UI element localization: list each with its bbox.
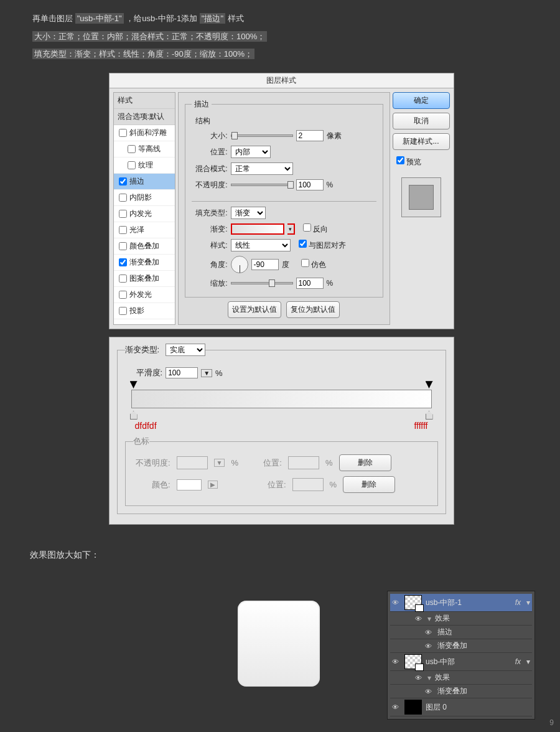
layer-effect-row[interactable]: 描边 — [390, 626, 532, 639]
layer-name: 效果 — [435, 613, 450, 624]
gradient-dropdown-icon[interactable]: ▾ — [287, 223, 295, 235]
style-item[interactable]: 颜色叠加 — [114, 238, 175, 255]
visibility-eye-icon[interactable] — [415, 673, 424, 682]
gradient-style-select[interactable]: 线性 — [231, 239, 291, 251]
angle-input[interactable] — [251, 259, 279, 270]
style-checkbox[interactable] — [119, 194, 127, 202]
layer-effect-row[interactable]: 渐变叠加 — [390, 639, 532, 653]
scale-slider[interactable] — [231, 282, 293, 284]
stop-position-label: 位置: — [245, 458, 282, 469]
stop-position-input[interactable] — [292, 478, 324, 491]
angle-dial[interactable] — [231, 256, 248, 273]
layer-name: usb-中部 — [426, 657, 455, 667]
visibility-eye-icon[interactable] — [425, 628, 434, 637]
visibility-eye-icon[interactable] — [392, 598, 401, 607]
style-checkbox[interactable] — [119, 210, 127, 218]
style-checkbox[interactable] — [119, 307, 127, 315]
gradient-bar[interactable] — [131, 390, 432, 408]
gradient-type-select[interactable]: 实底 — [166, 344, 205, 356]
size-input[interactable] — [296, 130, 324, 141]
layer-effect-row[interactable]: ▾效果 — [390, 612, 532, 626]
style-item[interactable]: 纹理 — [114, 157, 175, 174]
fx-badge[interactable]: fx — [515, 657, 521, 666]
layer-thumbnail[interactable] — [404, 595, 422, 610]
size-slider[interactable] — [231, 134, 293, 137]
style-checkbox[interactable] — [119, 291, 127, 299]
chevron-up-icon[interactable]: ▾ — [526, 598, 530, 607]
page-number: 9 — [549, 718, 554, 727]
style-item-label: 内阴影 — [129, 193, 152, 202]
color-stop-right[interactable] — [426, 411, 433, 420]
visibility-eye-icon[interactable] — [392, 657, 401, 666]
layer-row[interactable]: usb-中部fx▾ — [390, 653, 532, 671]
style-item[interactable]: 投影 — [114, 303, 175, 319]
percent-label: % — [325, 458, 333, 467]
reset-default-button[interactable]: 复位为默认值 — [286, 301, 340, 318]
expand-icon[interactable]: ▾ — [427, 614, 431, 623]
styles-header[interactable]: 样式 — [114, 93, 175, 109]
set-default-button[interactable]: 设置为默认值 — [228, 301, 281, 318]
visibility-eye-icon[interactable] — [392, 703, 401, 711]
style-checkbox[interactable] — [119, 274, 127, 283]
opacity-input[interactable] — [296, 179, 324, 190]
style-item[interactable]: 光泽 — [114, 222, 175, 238]
style-item[interactable]: 内阴影 — [114, 190, 175, 206]
stop-opacity-input[interactable] — [177, 456, 208, 469]
expand-icon[interactable]: ▾ — [427, 673, 431, 682]
style-checkbox[interactable] — [119, 242, 127, 250]
style-item[interactable]: 渐变叠加 — [114, 255, 175, 271]
layer-thumbnail[interactable] — [404, 654, 422, 669]
layer-thumbnail[interactable] — [404, 700, 422, 715]
style-checkbox[interactable] — [119, 226, 127, 234]
stop-color-swatch[interactable] — [177, 479, 202, 490]
dither-checkbox[interactable]: 仿色 — [301, 259, 326, 270]
scale-input[interactable] — [296, 278, 324, 289]
new-style-button[interactable]: 新建样式... — [393, 133, 450, 150]
style-checkbox[interactable] — [119, 177, 127, 185]
gradient-picker[interactable] — [231, 223, 284, 235]
color-stop-left[interactable] — [130, 411, 138, 420]
style-item[interactable]: 内发光 — [114, 206, 175, 222]
delete-stop-button[interactable]: 删除 — [339, 454, 391, 471]
style-checkbox[interactable] — [119, 258, 127, 266]
layer-row[interactable]: usb-中部-1fx▾ — [390, 594, 532, 612]
ok-button[interactable]: 确定 — [393, 92, 450, 109]
opacity-stop-right[interactable] — [426, 381, 433, 388]
style-checkbox[interactable] — [119, 129, 127, 137]
style-checkbox[interactable] — [128, 145, 136, 153]
layer-effect-row[interactable]: ▾效果 — [390, 671, 532, 685]
style-item[interactable]: 描边 — [114, 174, 175, 190]
preview-checkbox[interactable]: 预览 — [393, 156, 450, 167]
gradient-color-right: ffffff — [414, 421, 427, 431]
layer-row[interactable]: 图层 0 — [390, 698, 532, 716]
stop-position-label: 位置: — [249, 479, 286, 490]
visibility-eye-icon[interactable] — [415, 614, 424, 623]
align-checkbox[interactable]: 与图层对齐 — [299, 240, 346, 251]
opacity-stop-left[interactable] — [130, 381, 138, 388]
opacity-slider[interactable] — [231, 184, 293, 186]
chevron-up-icon[interactable]: ▾ — [526, 657, 530, 666]
blend-mode-select[interactable]: 正常 — [231, 162, 293, 175]
position-select[interactable]: 内部 — [231, 146, 271, 158]
style-item[interactable]: 图案叠加 — [114, 271, 175, 287]
fx-badge[interactable]: fx — [515, 598, 521, 607]
reverse-checkbox[interactable]: 反向 — [303, 223, 328, 235]
smoothness-input[interactable] — [166, 367, 198, 378]
cancel-button[interactable]: 取消 — [393, 113, 450, 129]
dropdown-icon[interactable]: ▶ — [208, 481, 218, 489]
style-item[interactable]: 等高线 — [114, 141, 175, 157]
layer-effect-row[interactable]: 渐变叠加 — [390, 685, 532, 698]
dropdown-icon[interactable]: ▼ — [201, 369, 212, 377]
layer-name: 渐变叠加 — [437, 686, 467, 697]
style-item[interactable]: 外发光 — [114, 287, 175, 303]
instr-text: ，给usb-中部-1添加 — [126, 14, 197, 23]
delete-stop-button[interactable]: 删除 — [343, 476, 395, 493]
visibility-eye-icon[interactable] — [425, 642, 434, 650]
fill-type-select[interactable]: 渐变 — [231, 207, 266, 219]
stop-position-input[interactable] — [288, 456, 319, 469]
visibility-eye-icon[interactable] — [425, 687, 434, 696]
style-checkbox[interactable] — [128, 161, 136, 169]
style-item[interactable]: 斜面和浮雕 — [114, 125, 175, 141]
dropdown-icon[interactable]: ▼ — [214, 459, 225, 467]
blend-options-header[interactable]: 混合选项:默认 — [114, 109, 175, 125]
